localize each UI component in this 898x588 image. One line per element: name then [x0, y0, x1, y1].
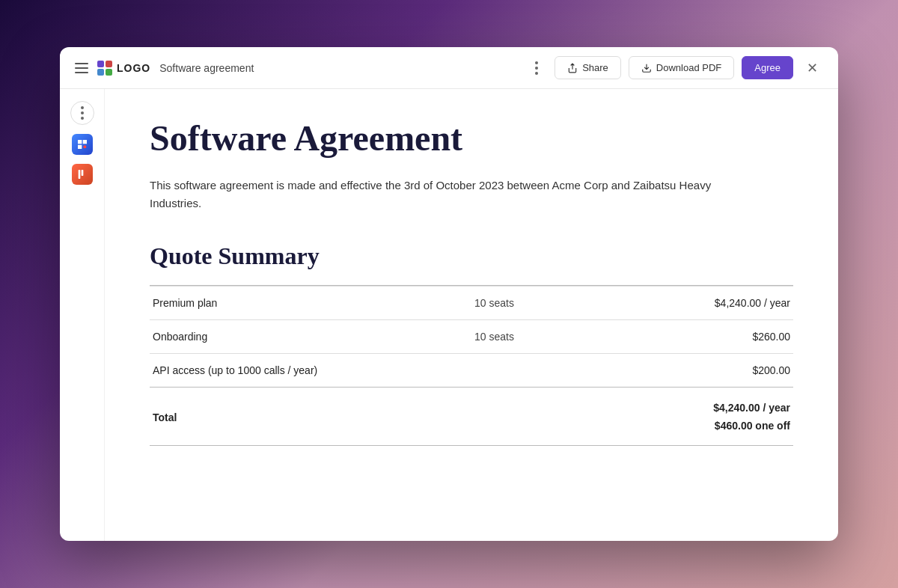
logo-text: LOGO — [117, 62, 150, 74]
total-label: Total — [150, 387, 471, 446]
topbar: LOGO Software agreement Share Download P… — [60, 47, 838, 89]
document-main-title: Software Agreement — [150, 119, 793, 159]
quote-summary-heading: Quote Summary — [150, 242, 793, 270]
document-intro: This software agreement is made and effe… — [150, 177, 718, 212]
logo-icon — [97, 61, 112, 76]
svg-rect-0 — [83, 145, 86, 148]
svg-rect-1 — [78, 170, 80, 179]
row-2-name: Onboarding — [150, 319, 471, 353]
row-3-name: API access (up to 1000 calls / year) — [150, 353, 471, 387]
more-options-button[interactable] — [526, 58, 547, 79]
svg-rect-2 — [81, 170, 83, 176]
agree-button[interactable]: Agree — [742, 56, 793, 79]
sidebar-strip — [60, 89, 105, 541]
avatar-1 — [72, 134, 93, 155]
row-1-price: $4,240.00 / year — [632, 286, 793, 319]
close-button[interactable]: ✕ — [801, 57, 823, 79]
share-button[interactable]: Share — [555, 56, 621, 79]
table-row: Premium plan 10 seats $4,240.00 / year — [150, 286, 793, 319]
row-2-price: $260.00 — [632, 319, 793, 353]
total-price: $4,240.00 / year $460.00 one off — [632, 387, 793, 446]
download-pdf-button[interactable]: Download PDF — [629, 56, 734, 79]
table-row: API access (up to 1000 calls / year) $20… — [150, 353, 793, 387]
topbar-left: LOGO Software agreement — [75, 61, 517, 76]
share-icon — [567, 63, 578, 73]
content-area: Software Agreement This software agreeme… — [60, 89, 838, 541]
download-icon — [641, 63, 652, 73]
table-row: Onboarding 10 seats $260.00 — [150, 319, 793, 353]
avatar-2 — [72, 164, 93, 185]
hamburger-icon[interactable] — [75, 63, 88, 73]
app-window: LOGO Software agreement Share Download P… — [60, 47, 838, 541]
row-1-quantity: 10 seats — [471, 286, 632, 319]
row-2-quantity: 10 seats — [471, 319, 632, 353]
table-divider-bottom — [150, 446, 793, 447]
logo-container: LOGO — [97, 61, 150, 76]
document-title-header: Software agreement — [159, 62, 254, 74]
quote-table: Premium plan 10 seats $4,240.00 / year O… — [150, 285, 793, 447]
main-content: Software Agreement This software agreeme… — [105, 89, 838, 541]
row-3-price: $200.00 — [632, 353, 793, 387]
sidebar-more-button[interactable] — [70, 101, 94, 125]
total-empty — [471, 387, 632, 446]
row-3-quantity — [471, 353, 632, 387]
total-row: Total $4,240.00 / year $460.00 one off — [150, 387, 793, 446]
row-1-name: Premium plan — [150, 286, 471, 319]
topbar-right: Share Download PDF Agree ✕ — [526, 56, 823, 79]
